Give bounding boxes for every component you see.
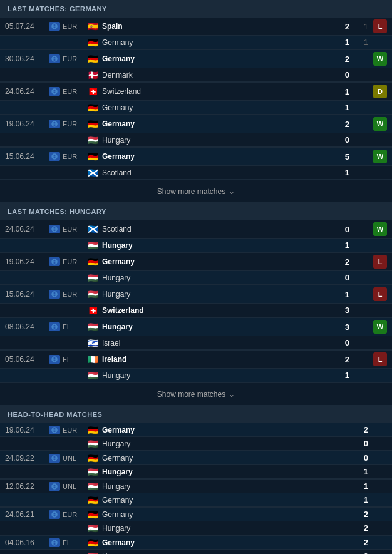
team-info: 🇭🇺Hungary [86, 322, 331, 331]
match-row[interactable]: 12.06.22 UNL🇭🇺Hungary1 [0, 480, 392, 493]
team-score: 2 [349, 425, 368, 434]
team-name: Hungary [102, 482, 165, 491]
match-row[interactable]: 🇭🇺Hungary1 [0, 465, 392, 479]
team-info: 🇩🇪Germany [86, 120, 331, 128]
team-flag: 🇩🇪 [86, 103, 99, 112]
match-row[interactable]: 30.06.24 EUR🇩🇪Germany2W [0, 50, 392, 68]
match-row[interactable]: 19.06.24 EUR🇩🇪Germany2W [0, 115, 392, 133]
match-row[interactable]: 24.06.24 EUR🇨🇭Switzerland1D [0, 83, 392, 101]
match-row[interactable]: 05.06.24 FI🇮🇪Ireland2L [0, 351, 392, 369]
competition-col: UNL [49, 482, 86, 491]
show-more-button[interactable]: Show more matches ⌄ [157, 390, 235, 399]
team-info: 🇩🇪Germany [86, 510, 349, 519]
match-date: 19.06.24 [5, 257, 49, 266]
match-row[interactable]: 🇭🇺Hungary1 [0, 239, 392, 252]
match-row[interactable]: 24.06.24 EUR🏴󠁧󠁢󠁳󠁣󠁴󠁿Scotland0W [0, 220, 392, 239]
section-header-hungary: LAST MATCHES: HUNGARY [0, 203, 392, 220]
team-name: Hungary [102, 136, 165, 145]
competition-label: EUR [63, 55, 77, 63]
team-flag: 🇩🇪 [86, 454, 99, 463]
match-date: 30.06.24 [5, 54, 49, 63]
competition-icon [49, 87, 60, 96]
team-name: Hungary [102, 371, 165, 380]
result-badge: L [373, 287, 387, 301]
team-flag: 🇩🇪 [86, 257, 99, 266]
match-date: 24.09.22 [5, 454, 49, 463]
section-header-germany: LAST MATCHES: GERMANY [0, 0, 392, 18]
team-flag: 🏴󠁧󠁢󠁳󠁣󠁴󠁿 [86, 168, 99, 177]
match-pair: 15.06.24 EUR🇭🇺Hungary1L🇨🇭Switzerland3 [0, 285, 392, 318]
team-name: Germany [102, 496, 165, 505]
show-more-button[interactable]: Show more matches ⌄ [157, 187, 235, 196]
team-score: 1 [331, 168, 349, 177]
match-row[interactable]: 24.09.22 UNL🇩🇪Germany0 [0, 451, 392, 465]
team-score: 2 [349, 510, 368, 519]
competition-col: EUR [49, 87, 86, 96]
match-row[interactable]: 🇭🇺Hungary1 [0, 369, 392, 382]
match-pair: 15.06.24 EUR🇩🇪Germany5W🏴󠁧󠁢󠁳󠁣󠁴󠁿Scotland1 [0, 148, 392, 180]
team-info: 🇭🇺Hungary [86, 468, 349, 476]
competition-label: FI [63, 356, 69, 363]
competition-icon [49, 152, 60, 161]
team-info: 🇩🇪Germany [86, 538, 349, 547]
team-name: Germany [102, 538, 165, 547]
match-row[interactable]: 🇨🇭Switzerland3 [0, 304, 392, 317]
team-info: 🇩🇪Germany [86, 454, 349, 463]
team-score: 1 [331, 103, 349, 112]
match-row[interactable]: 🇩🇰Denmark0 [0, 68, 392, 82]
team-info: 🇨🇭Switzerland [86, 306, 331, 315]
team-score-extra: 1 [349, 38, 368, 47]
competition-col: EUR [49, 510, 86, 519]
match-pair: 24.06.21 EUR🇩🇪Germany2🇭🇺Hungary2 [0, 508, 392, 536]
competition-label: EUR [63, 426, 77, 434]
match-row[interactable]: 15.06.24 EUR🇩🇪Germany5W [0, 148, 392, 166]
team-name: Germany [102, 103, 165, 112]
match-row[interactable]: 🇭🇺Hungary0 [0, 437, 392, 451]
match-row[interactable]: 04.06.16 FI🇩🇪Germany2 [0, 536, 392, 550]
match-row[interactable]: 15.06.24 EUR🇭🇺Hungary1L [0, 285, 392, 304]
team-info: 🇭🇺Hungary [86, 552, 349, 555]
show-more-label: Show more matches [157, 390, 225, 399]
match-row[interactable]: 19.06.24 EUR🇩🇪Germany2L [0, 253, 392, 271]
match-row[interactable]: 🇩🇪Germany11 [0, 36, 392, 49]
match-pair: 12.06.22 UNL🇭🇺Hungary1🇩🇪Germany1 [0, 480, 392, 508]
match-row[interactable]: 🇩🇪Germany1 [0, 493, 392, 507]
competition-col: FI [49, 538, 86, 547]
match-date: 19.06.24 [5, 426, 49, 434]
match-row[interactable]: 🏴󠁧󠁢󠁳󠁣󠁴󠁿Scotland1 [0, 166, 392, 180]
match-row[interactable]: 19.06.24 EUR🇩🇪Germany2 [0, 423, 392, 437]
competition-icon [49, 510, 60, 519]
competition-col: EUR [49, 120, 86, 128]
team-name: Hungary [102, 524, 165, 533]
match-row[interactable]: 08.06.24 FI🇭🇺Hungary3W [0, 318, 392, 336]
match-row[interactable]: 🇭🇺Hungary0 [0, 271, 392, 285]
result-badge: W [373, 117, 387, 131]
team-score: 1 [349, 467, 368, 476]
competition-label: EUR [63, 225, 77, 233]
show-more-container: Show more matches ⌄ [0, 180, 392, 203]
match-pair: 24.06.24 EUR🇨🇭Switzerland1D🇩🇪Germany1 [0, 83, 392, 115]
team-score: 2 [331, 120, 349, 129]
show-more-container: Show more matches ⌄ [0, 383, 392, 406]
team-info: 🇨🇭Switzerland [86, 87, 331, 96]
team-info: 🏴󠁧󠁢󠁳󠁣󠁴󠁿Scotland [86, 168, 331, 177]
match-row[interactable]: 🇭🇺Hungary0 [0, 550, 392, 554]
match-row[interactable]: 🇭🇺Hungary0 [0, 133, 392, 147]
match-row[interactable]: 🇮🇱Israel0 [0, 336, 392, 350]
show-more-label: Show more matches [157, 187, 225, 196]
match-row[interactable]: 🇭🇺Hungary2 [0, 521, 392, 535]
team-info: 🇩🇪Germany [86, 257, 331, 266]
team-info: 🇩🇪Germany [86, 152, 331, 161]
match-row[interactable]: 🇩🇪Germany1 [0, 101, 392, 115]
team-score: 2 [331, 22, 349, 31]
team-flag: 🇭🇺 [86, 552, 99, 555]
team-info: 🇭🇺Hungary [86, 371, 331, 380]
competition-icon [49, 322, 60, 331]
team-info: 🇩🇪Germany [86, 426, 349, 434]
match-row[interactable]: 05.07.24 EUR🇪🇸Spain21L [0, 18, 392, 36]
team-flag: 🇮🇪 [86, 355, 99, 364]
match-row[interactable]: 24.06.21 EUR🇩🇪Germany2 [0, 508, 392, 521]
team-name: Israel [102, 339, 165, 347]
team-name: Germany [102, 120, 165, 128]
match-date: 08.06.24 [5, 322, 49, 331]
